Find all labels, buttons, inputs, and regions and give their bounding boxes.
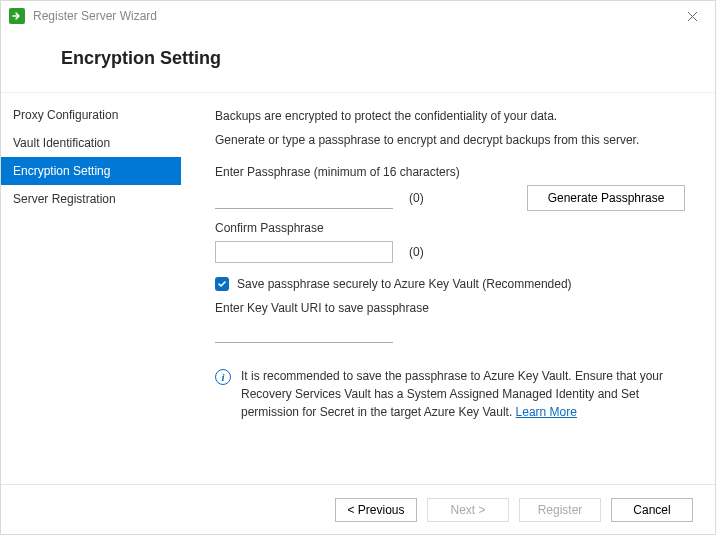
- wizard-body: Proxy Configuration Vault Identification…: [1, 93, 715, 484]
- wizard-footer: < Previous Next > Register Cancel: [1, 484, 715, 534]
- previous-button[interactable]: < Previous: [335, 498, 417, 522]
- confirm-passphrase-counter: (0): [409, 245, 424, 259]
- heading-bar: Encryption Setting: [1, 31, 715, 93]
- wizard-main: Backups are encrypted to protect the con…: [181, 93, 715, 484]
- keyvault-uri-input[interactable]: [215, 321, 393, 343]
- next-label: Next >: [450, 503, 485, 517]
- close-icon: [687, 11, 698, 22]
- sidebar-item-proxy-configuration[interactable]: Proxy Configuration: [1, 101, 181, 129]
- register-button[interactable]: Register: [519, 498, 601, 522]
- sidebar-item-encryption-setting[interactable]: Encryption Setting: [1, 157, 181, 185]
- sidebar-item-vault-identification[interactable]: Vault Identification: [1, 129, 181, 157]
- keyvault-uri-label: Enter Key Vault URI to save passphrase: [215, 301, 685, 315]
- close-button[interactable]: [677, 1, 707, 31]
- learn-more-link[interactable]: Learn More: [516, 405, 577, 419]
- info-text-container: It is recommended to save the passphrase…: [241, 367, 685, 421]
- previous-label: < Previous: [347, 503, 404, 517]
- generate-passphrase-label: Generate Passphrase: [548, 191, 665, 205]
- save-to-keyvault-label: Save passphrase securely to Azure Key Va…: [237, 277, 572, 291]
- sidebar-item-label: Vault Identification: [13, 136, 110, 150]
- wizard-window: Register Server Wizard Encryption Settin…: [0, 0, 716, 535]
- sidebar-item-server-registration[interactable]: Server Registration: [1, 185, 181, 213]
- checkmark-icon: [217, 279, 227, 289]
- sidebar-item-label: Encryption Setting: [13, 164, 110, 178]
- save-to-keyvault-checkbox[interactable]: [215, 277, 229, 291]
- window-title: Register Server Wizard: [33, 9, 677, 23]
- confirm-passphrase-label: Confirm Passphrase: [215, 221, 685, 235]
- sidebar-item-label: Proxy Configuration: [13, 108, 118, 122]
- cancel-button[interactable]: Cancel: [611, 498, 693, 522]
- app-icon: [9, 8, 25, 24]
- titlebar: Register Server Wizard: [1, 1, 715, 31]
- passphrase-section: Enter Passphrase (minimum of 16 characte…: [215, 165, 685, 343]
- cancel-label: Cancel: [633, 503, 670, 517]
- confirm-passphrase-input[interactable]: [215, 241, 393, 263]
- enter-passphrase-input[interactable]: [215, 187, 393, 209]
- intro-text-2: Generate or type a passphrase to encrypt…: [215, 133, 685, 147]
- info-icon: i: [215, 369, 231, 385]
- generate-passphrase-button[interactable]: Generate Passphrase: [527, 185, 685, 211]
- wizard-sidebar: Proxy Configuration Vault Identification…: [1, 93, 181, 484]
- intro-text-1: Backups are encrypted to protect the con…: [215, 109, 685, 123]
- register-label: Register: [538, 503, 583, 517]
- enter-passphrase-label: Enter Passphrase (minimum of 16 characte…: [215, 165, 685, 179]
- page-heading: Encryption Setting: [61, 48, 221, 69]
- enter-passphrase-counter: (0): [409, 191, 424, 205]
- next-button[interactable]: Next >: [427, 498, 509, 522]
- info-note: i It is recommended to save the passphra…: [215, 367, 685, 421]
- sidebar-item-label: Server Registration: [13, 192, 116, 206]
- info-text: It is recommended to save the passphrase…: [241, 369, 663, 419]
